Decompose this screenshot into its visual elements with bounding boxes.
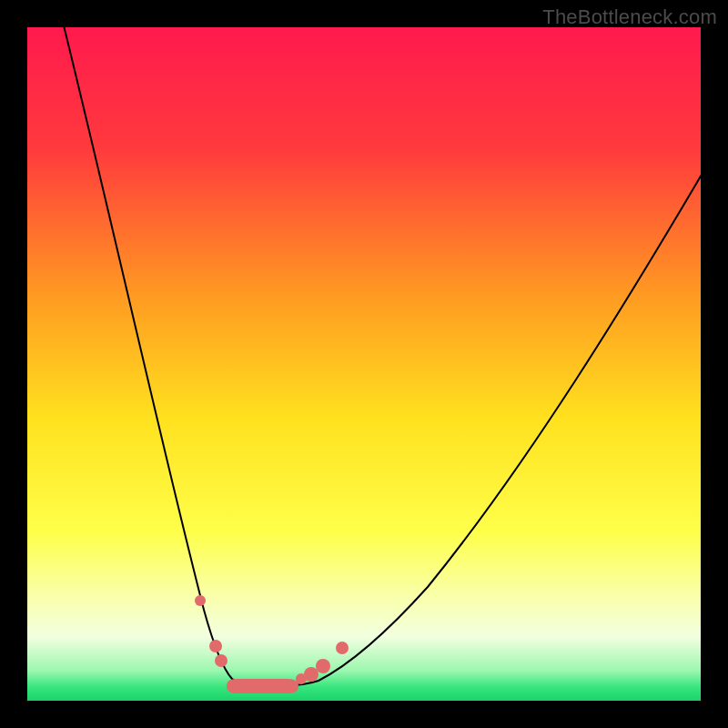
watermark-text: TheBottleneck.com bbox=[542, 5, 717, 29]
valley-blob bbox=[227, 679, 298, 693]
marker-1 bbox=[209, 640, 222, 652]
plot-area bbox=[27, 27, 701, 701]
outer-frame: TheBottleneck.com bbox=[0, 0, 728, 728]
marker-6 bbox=[336, 642, 349, 654]
marker-5 bbox=[316, 659, 330, 673]
chart-background bbox=[27, 27, 701, 701]
marker-0 bbox=[195, 595, 206, 606]
marker-4 bbox=[304, 667, 318, 682]
chart-svg bbox=[27, 27, 701, 701]
marker-2 bbox=[215, 654, 228, 667]
valley-blob-group bbox=[227, 679, 298, 693]
